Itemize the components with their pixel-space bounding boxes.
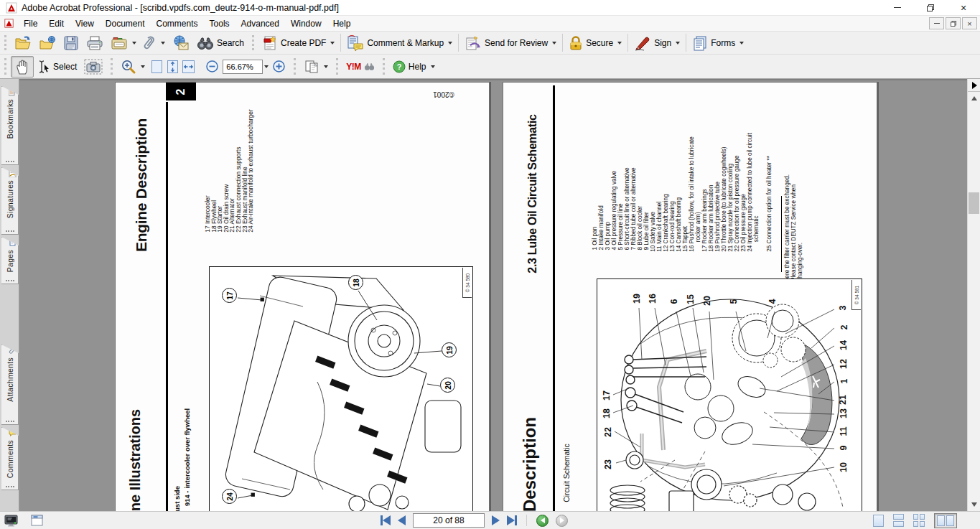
single-page-button[interactable] (873, 515, 884, 527)
fit-width-button[interactable] (180, 58, 196, 75)
menu-tools[interactable]: Tools (204, 17, 235, 31)
tab-bookmarks[interactable]: Bookmarks (1, 86, 19, 165)
page-number-field[interactable] (413, 513, 485, 528)
toolbar-grip[interactable] (383, 58, 386, 75)
search-button[interactable]: Search (193, 34, 248, 52)
continuous-button[interactable] (893, 514, 904, 527)
organizer-button[interactable] (107, 33, 140, 53)
callout-2: 2 (839, 325, 849, 330)
pdf-page-left[interactable]: 2 Engine Description ©2001 17 Intercoole… (115, 82, 490, 511)
page-display-button[interactable] (300, 57, 332, 77)
callout-1: 1 (839, 379, 849, 384)
tab-attachments[interactable]: Attachments (1, 345, 19, 425)
last-page-button[interactable] (507, 515, 517, 525)
callout-3: 3 (838, 306, 848, 311)
zoom-in-button[interactable] (269, 57, 289, 75)
file-toolbar: Search Create PDF Comment & Markup Send … (0, 32, 980, 55)
tab-comments[interactable]: Comments (1, 427, 19, 490)
continuous-facing-button[interactable] (913, 514, 925, 527)
scroll-down-button[interactable] (968, 498, 980, 511)
menu-bar: File Edit View Document Comments Tools A… (0, 16, 980, 32)
callout-18: 18 (348, 275, 363, 290)
scroll-up-button[interactable] (968, 92, 980, 105)
forms-button[interactable]: Forms (689, 33, 747, 53)
first-page-button[interactable] (381, 515, 391, 525)
toolbar-grip[interactable] (336, 58, 340, 75)
navigation-pane-strip: Bookmarks Signatures Pages Attachments C… (0, 79, 19, 511)
forms-label: Forms (711, 38, 735, 48)
hand-tool-button[interactable] (11, 56, 34, 78)
title-bar: Adobe Acrobat Professional - [scribd.vpd… (0, 0, 980, 16)
toolbar-grip[interactable] (4, 35, 8, 51)
paperclip-icon (144, 35, 157, 51)
tab-pages-label: Pages (6, 250, 14, 272)
previous-view-button[interactable] (536, 515, 549, 527)
doc-close-button[interactable]: × (962, 17, 977, 29)
actual-size-button[interactable] (149, 58, 164, 75)
yim-search-button[interactable]: Y!M (342, 60, 378, 74)
scrollbar-thumb[interactable] (969, 192, 979, 214)
tab-pages[interactable]: Pages (1, 237, 19, 284)
toolbar-grip[interactable] (4, 58, 8, 75)
email-button[interactable] (169, 33, 193, 53)
pdf-page-right[interactable]: 2.3 Lube Oil Circuit Schematic 1 Oil pan… (503, 82, 877, 511)
send-review-icon (465, 35, 482, 51)
select-ibeam-icon (37, 59, 50, 75)
toolbar-grip[interactable] (252, 35, 256, 51)
open-button[interactable] (11, 33, 35, 53)
menu-window[interactable]: Window (285, 17, 327, 31)
fullscreen-icon[interactable] (4, 515, 18, 527)
toolbar-grip[interactable] (111, 58, 114, 75)
comment-markup-button[interactable]: Comment & Markup (343, 33, 456, 53)
zoom-level-field[interactable] (223, 60, 263, 74)
menu-view[interactable]: View (70, 17, 100, 31)
toolbar-grip[interactable] (294, 58, 297, 75)
open-web-button[interactable] (35, 33, 60, 53)
save-icon (63, 35, 79, 51)
menu-help[interactable]: Help (327, 17, 357, 31)
figure-credit: © 34 581 (854, 286, 859, 304)
doc-restore-button[interactable] (946, 17, 961, 29)
create-pdf-icon (262, 35, 278, 51)
footer-section-heading: Description (520, 417, 540, 511)
next-view-button[interactable] (556, 515, 568, 527)
previous-page-button[interactable] (398, 515, 406, 525)
restore-button[interactable] (914, 0, 947, 15)
tab-signatures[interactable]: Signatures (1, 167, 19, 235)
close-button[interactable]: × (947, 0, 980, 15)
print-button[interactable] (83, 33, 107, 53)
toolbar-separator (562, 34, 563, 52)
doc-minimize-button[interactable] (929, 17, 944, 29)
fit-width-icon (182, 60, 195, 74)
snapshot-tool-button[interactable] (80, 57, 106, 77)
callout-23: 23 (603, 459, 613, 469)
fit-page-button[interactable] (164, 58, 180, 75)
zoom-out-button[interactable] (202, 57, 223, 75)
figure-credit: © 34 580 (465, 273, 470, 292)
send-for-review-button[interactable]: Send for Review (461, 33, 560, 53)
pane-icon[interactable] (31, 515, 43, 526)
menu-file[interactable]: File (18, 17, 43, 31)
next-page-button[interactable] (492, 515, 500, 525)
callout-20: 20 (440, 378, 455, 393)
secure-button[interactable]: Secure (565, 33, 625, 53)
select-tool-button[interactable]: Select (34, 57, 80, 77)
attach-button[interactable] (140, 33, 169, 53)
tab-grip-dots (6, 230, 14, 232)
attachments-icon (9, 347, 17, 355)
help-button[interactable]: ? Help (389, 58, 439, 75)
menu-comments[interactable]: Comments (151, 17, 204, 31)
acrobat-window: Adobe Acrobat Professional - [scribd.vpd… (0, 0, 980, 529)
save-button[interactable] (60, 33, 83, 53)
tab-attachments-label: Attachments (6, 357, 14, 402)
menu-advanced[interactable]: Advanced (235, 17, 285, 31)
facing-button[interactable] (934, 513, 957, 528)
menu-edit[interactable]: Edit (43, 17, 70, 31)
menu-document[interactable]: Document (100, 17, 151, 31)
pane-toggle-button[interactable] (968, 79, 980, 92)
minimize-button[interactable] (881, 0, 914, 15)
zoom-tool-button[interactable] (117, 57, 149, 77)
create-pdf-button[interactable]: Create PDF (258, 33, 338, 53)
fit-page-icon (167, 59, 179, 75)
sign-button[interactable]: Sign (630, 33, 683, 53)
